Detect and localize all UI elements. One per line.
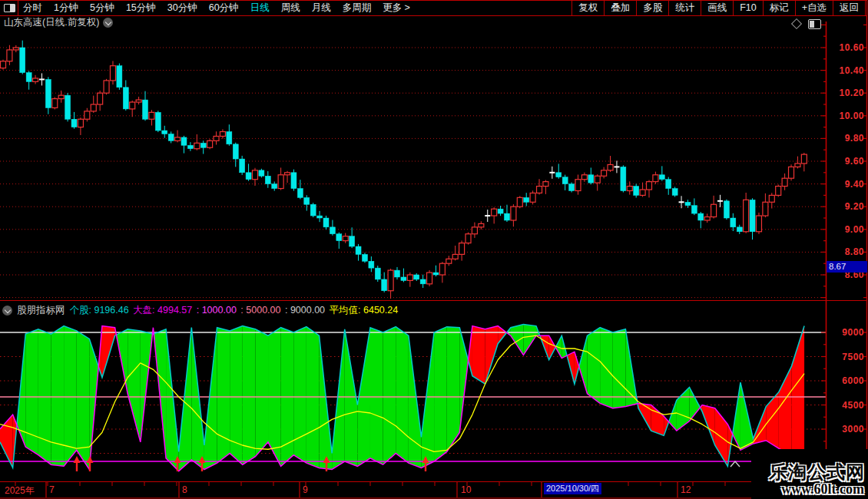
candle-up — [214, 136, 219, 140]
candle-down — [356, 246, 361, 254]
candle-down — [181, 137, 187, 145]
price-label: 9.40 — [829, 179, 864, 190]
candle-up — [388, 270, 393, 291]
diamond-icon[interactable] — [791, 18, 802, 29]
candle-down — [45, 79, 51, 107]
period-item-5分钟[interactable]: 5分钟 — [90, 1, 114, 15]
candle-down — [659, 175, 664, 180]
chart-canvas[interactable] — [0, 0, 868, 499]
pane-split-icon[interactable] — [808, 19, 821, 29]
period-item-日线[interactable]: 日线 — [250, 1, 270, 15]
candle-down — [375, 268, 380, 279]
period-item-更多 >[interactable]: 更多 > — [383, 1, 410, 15]
tool-item-画线[interactable]: 画线 — [701, 1, 733, 15]
candle-up — [149, 112, 154, 119]
indicator-field: 个股: 9196.46 — [70, 305, 129, 316]
period-item-分时[interactable]: 分时 — [23, 1, 42, 15]
candle-up — [769, 195, 774, 202]
candle-up — [472, 227, 477, 234]
candle-up — [427, 273, 432, 284]
candle-up — [343, 236, 348, 241]
candle-up — [194, 143, 200, 148]
tool-item-叠加[interactable]: 叠加 — [604, 1, 636, 15]
candle-down — [750, 200, 755, 231]
period-item-多周期[interactable]: 多周期 — [343, 1, 372, 15]
indicator-axis-label: 7500 — [829, 352, 864, 362]
price-label: 10.40 — [829, 65, 864, 76]
period-item-30分钟[interactable]: 30分钟 — [167, 1, 197, 15]
candle-up — [175, 137, 181, 140]
candle-down — [336, 234, 342, 241]
candle-down — [737, 227, 742, 232]
layout-toggle-button[interactable] — [0, 1, 18, 15]
candle-down — [323, 218, 329, 227]
tool-item-复权[interactable]: 复权 — [571, 1, 604, 15]
candle-up — [278, 175, 283, 189]
month-label: 7 — [49, 484, 55, 495]
candle-down — [227, 132, 232, 144]
tool-item-标记[interactable]: 标记 — [763, 1, 795, 15]
indicator-axis-label: 9000 — [829, 327, 864, 338]
chart-title-bar: 山东高速(日线.前复权) — [4, 16, 113, 29]
indicator-field: : 1000.00 — [194, 305, 237, 316]
price-label: 9.60 — [829, 156, 864, 167]
price-label: 8.80 — [829, 246, 864, 257]
tool-item-+自选[interactable]: +自选 — [795, 1, 833, 15]
subtoolbar-icons — [793, 18, 821, 29]
indicator-panel — [0, 325, 826, 471]
candle-down — [420, 279, 426, 284]
fill-up-region — [230, 326, 243, 465]
fill-up-region — [579, 335, 588, 394]
chevron-down-icon[interactable] — [2, 306, 12, 316]
candle-down — [691, 206, 697, 213]
candle-down — [588, 175, 594, 183]
candle-up — [285, 173, 290, 175]
caret-mark — [731, 461, 740, 467]
candle-up — [207, 140, 213, 147]
period-item-1分钟[interactable]: 1分钟 — [54, 1, 78, 15]
indicator-field: : 5000.00 — [238, 305, 281, 316]
candle-up — [581, 175, 587, 180]
period-item-60分钟[interactable]: 60分钟 — [209, 1, 239, 15]
fill-up-region — [447, 327, 460, 452]
candle-up — [627, 187, 632, 191]
candle-down — [26, 73, 31, 82]
candle-down — [731, 218, 736, 227]
candle-up — [795, 164, 800, 167]
candle-down — [168, 134, 174, 140]
candle-down — [317, 216, 323, 218]
year-label: 2025年 — [5, 484, 35, 497]
candle-up — [84, 111, 90, 119]
candle-down — [672, 189, 678, 196]
period-item-周线[interactable]: 周线 — [281, 1, 300, 15]
candle-down — [666, 180, 671, 189]
candle-up — [647, 182, 652, 190]
candle-down — [200, 143, 206, 147]
tool-item-统计[interactable]: 统计 — [668, 1, 701, 15]
fill-up-region — [255, 329, 268, 457]
tool-item-多股[interactable]: 多股 — [636, 1, 668, 15]
period-item-15分钟[interactable]: 15分钟 — [126, 1, 156, 15]
candle-up — [452, 254, 458, 259]
app-window: 分时1分钟5分钟15分钟30分钟60分钟日线周线月线多周期更多 > 复权叠加多股… — [0, 0, 868, 499]
candle-down — [414, 275, 419, 279]
fill-up-region — [243, 326, 256, 465]
candle-down — [498, 209, 503, 213]
candle-down — [143, 100, 148, 119]
fill-down-region — [485, 326, 499, 385]
chevron-down-icon[interactable] — [103, 18, 113, 28]
candle-up — [601, 170, 607, 176]
candle-down — [621, 167, 626, 190]
fill-up-region — [523, 325, 536, 355]
period-item-月线[interactable]: 月线 — [312, 1, 331, 15]
candle-up — [537, 187, 542, 193]
candle-down — [524, 197, 529, 202]
tool-item-返回[interactable]: 返回 — [833, 1, 866, 15]
tool-item-F10[interactable]: F10 — [733, 1, 763, 15]
candle-up — [595, 176, 600, 183]
candle-down — [20, 48, 25, 73]
candle-up — [492, 209, 497, 216]
candle-up — [58, 95, 64, 98]
candle-up — [575, 180, 581, 191]
indicator-field: 大盘: 4994.57 — [131, 305, 193, 316]
